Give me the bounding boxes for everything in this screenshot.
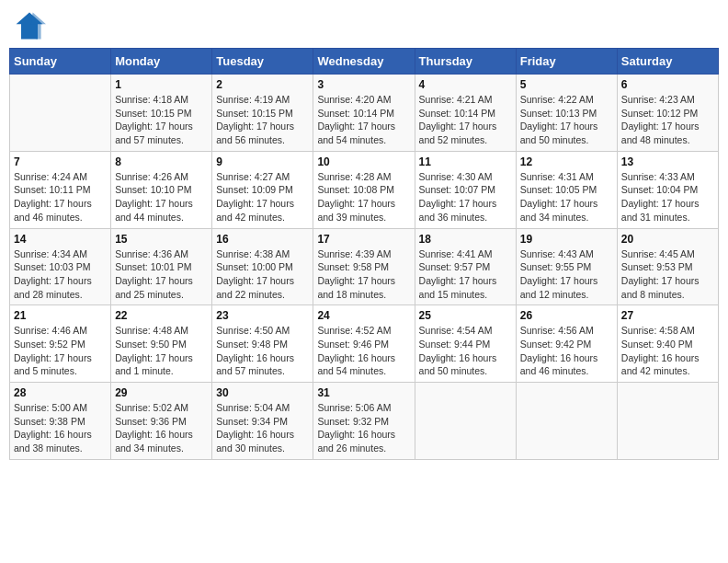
calendar-cell: 10Sunrise: 4:28 AM Sunset: 10:08 PM Dayl… — [313, 151, 415, 228]
calendar-cell: 15Sunrise: 4:36 AM Sunset: 10:01 PM Dayl… — [111, 228, 212, 305]
day-number: 2 — [216, 78, 309, 91]
calendar-cell — [617, 383, 718, 460]
day-number: 12 — [520, 155, 613, 168]
calendar-cell: 30Sunrise: 5:04 AM Sunset: 9:34 PM Dayli… — [212, 383, 313, 460]
day-info: Sunrise: 4:39 AM Sunset: 9:58 PM Dayligh… — [317, 247, 410, 302]
day-info: Sunrise: 4:36 AM Sunset: 10:01 PM Daylig… — [115, 247, 208, 302]
day-info: Sunrise: 4:23 AM Sunset: 10:12 PM Daylig… — [621, 93, 714, 147]
calendar-cell: 2Sunrise: 4:19 AM Sunset: 10:15 PM Dayli… — [212, 75, 313, 152]
day-number: 30 — [216, 386, 309, 399]
calendar-cell: 11Sunrise: 4:30 AM Sunset: 10:07 PM Dayl… — [415, 151, 516, 228]
calendar-week-row: 1Sunrise: 4:18 AM Sunset: 10:15 PM Dayli… — [10, 75, 719, 152]
day-number: 3 — [317, 78, 410, 91]
page-header — [9, 9, 719, 42]
column-header-thursday: Thursday — [415, 49, 516, 75]
column-header-sunday: Sunday — [10, 49, 111, 75]
day-number: 13 — [621, 155, 714, 168]
calendar-cell: 31Sunrise: 5:06 AM Sunset: 9:32 PM Dayli… — [313, 383, 415, 460]
day-info: Sunrise: 4:19 AM Sunset: 10:15 PM Daylig… — [216, 93, 309, 147]
day-number: 15 — [115, 233, 208, 246]
day-number: 31 — [317, 386, 410, 399]
day-info: Sunrise: 4:22 AM Sunset: 10:13 PM Daylig… — [520, 93, 613, 147]
day-number: 10 — [317, 155, 410, 168]
calendar-cell: 16Sunrise: 4:38 AM Sunset: 10:00 PM Dayl… — [212, 228, 313, 305]
logo — [13, 9, 50, 42]
day-info: Sunrise: 4:26 AM Sunset: 10:10 PM Daylig… — [115, 170, 208, 224]
day-info: Sunrise: 4:54 AM Sunset: 9:44 PM Dayligh… — [419, 324, 512, 378]
day-number: 9 — [216, 155, 309, 168]
day-info: Sunrise: 4:24 AM Sunset: 10:11 PM Daylig… — [14, 170, 107, 224]
day-number: 4 — [419, 78, 512, 91]
column-header-friday: Friday — [516, 49, 617, 75]
calendar-cell: 19Sunrise: 4:43 AM Sunset: 9:55 PM Dayli… — [516, 228, 617, 305]
calendar-cell: 1Sunrise: 4:18 AM Sunset: 10:15 PM Dayli… — [111, 75, 212, 152]
day-number: 20 — [621, 233, 714, 246]
day-number: 6 — [621, 78, 714, 91]
day-number: 11 — [419, 155, 512, 168]
calendar-cell: 6Sunrise: 4:23 AM Sunset: 10:12 PM Dayli… — [617, 75, 718, 152]
calendar-cell: 25Sunrise: 4:54 AM Sunset: 9:44 PM Dayli… — [415, 305, 516, 383]
day-info: Sunrise: 4:56 AM Sunset: 9:42 PM Dayligh… — [520, 324, 613, 378]
logo-icon — [13, 9, 46, 42]
day-info: Sunrise: 4:33 AM Sunset: 10:04 PM Daylig… — [621, 170, 714, 224]
day-info: Sunrise: 4:46 AM Sunset: 9:52 PM Dayligh… — [14, 324, 107, 378]
day-number: 18 — [419, 233, 512, 246]
day-info: Sunrise: 4:27 AM Sunset: 10:09 PM Daylig… — [216, 170, 309, 224]
day-info: Sunrise: 4:18 AM Sunset: 10:15 PM Daylig… — [115, 93, 208, 147]
calendar-cell — [516, 383, 617, 460]
day-info: Sunrise: 4:34 AM Sunset: 10:03 PM Daylig… — [14, 247, 107, 302]
day-number: 27 — [621, 309, 714, 322]
day-number: 21 — [14, 309, 107, 322]
day-number: 1 — [115, 78, 208, 91]
calendar-cell — [10, 75, 111, 152]
calendar-cell: 29Sunrise: 5:02 AM Sunset: 9:36 PM Dayli… — [111, 383, 212, 460]
day-info: Sunrise: 5:02 AM Sunset: 9:36 PM Dayligh… — [115, 401, 208, 455]
day-info: Sunrise: 4:38 AM Sunset: 10:00 PM Daylig… — [216, 247, 309, 302]
calendar-cell: 4Sunrise: 4:21 AM Sunset: 10:14 PM Dayli… — [415, 75, 516, 152]
calendar-week-row: 28Sunrise: 5:00 AM Sunset: 9:38 PM Dayli… — [10, 383, 719, 460]
day-number: 22 — [115, 309, 208, 322]
day-number: 19 — [520, 233, 613, 246]
calendar-cell: 5Sunrise: 4:22 AM Sunset: 10:13 PM Dayli… — [516, 75, 617, 152]
day-info: Sunrise: 4:28 AM Sunset: 10:08 PM Daylig… — [317, 170, 410, 224]
day-number: 5 — [520, 78, 613, 91]
day-info: Sunrise: 4:58 AM Sunset: 9:40 PM Dayligh… — [621, 324, 714, 378]
day-info: Sunrise: 5:04 AM Sunset: 9:34 PM Dayligh… — [216, 401, 309, 455]
calendar-week-row: 7Sunrise: 4:24 AM Sunset: 10:11 PM Dayli… — [10, 151, 719, 228]
calendar-cell: 18Sunrise: 4:41 AM Sunset: 9:57 PM Dayli… — [415, 228, 516, 305]
calendar-cell: 17Sunrise: 4:39 AM Sunset: 9:58 PM Dayli… — [313, 228, 415, 305]
calendar-cell: 24Sunrise: 4:52 AM Sunset: 9:46 PM Dayli… — [313, 305, 415, 383]
day-number: 8 — [115, 155, 208, 168]
calendar-cell: 27Sunrise: 4:58 AM Sunset: 9:40 PM Dayli… — [617, 305, 718, 383]
calendar-table: SundayMondayTuesdayWednesdayThursdayFrid… — [9, 48, 719, 460]
day-number: 25 — [419, 309, 512, 322]
day-info: Sunrise: 5:06 AM Sunset: 9:32 PM Dayligh… — [317, 401, 410, 455]
calendar-cell: 3Sunrise: 4:20 AM Sunset: 10:14 PM Dayli… — [313, 75, 415, 152]
calendar-cell: 23Sunrise: 4:50 AM Sunset: 9:48 PM Dayli… — [212, 305, 313, 383]
day-info: Sunrise: 4:31 AM Sunset: 10:05 PM Daylig… — [520, 170, 613, 224]
calendar-cell: 26Sunrise: 4:56 AM Sunset: 9:42 PM Dayli… — [516, 305, 617, 383]
calendar-cell: 20Sunrise: 4:45 AM Sunset: 9:53 PM Dayli… — [617, 228, 718, 305]
calendar-cell: 7Sunrise: 4:24 AM Sunset: 10:11 PM Dayli… — [10, 151, 111, 228]
column-header-saturday: Saturday — [617, 49, 718, 75]
column-header-tuesday: Tuesday — [212, 49, 313, 75]
column-header-wednesday: Wednesday — [313, 49, 415, 75]
day-info: Sunrise: 4:30 AM Sunset: 10:07 PM Daylig… — [419, 170, 512, 224]
calendar-cell: 28Sunrise: 5:00 AM Sunset: 9:38 PM Dayli… — [10, 383, 111, 460]
column-header-monday: Monday — [111, 49, 212, 75]
day-number: 7 — [14, 155, 107, 168]
calendar-cell — [415, 383, 516, 460]
calendar-cell: 13Sunrise: 4:33 AM Sunset: 10:04 PM Dayl… — [617, 151, 718, 228]
calendar-cell: 8Sunrise: 4:26 AM Sunset: 10:10 PM Dayli… — [111, 151, 212, 228]
calendar-cell: 14Sunrise: 4:34 AM Sunset: 10:03 PM Dayl… — [10, 228, 111, 305]
calendar-cell: 12Sunrise: 4:31 AM Sunset: 10:05 PM Dayl… — [516, 151, 617, 228]
day-info: Sunrise: 5:00 AM Sunset: 9:38 PM Dayligh… — [14, 401, 107, 455]
calendar-week-row: 14Sunrise: 4:34 AM Sunset: 10:03 PM Dayl… — [10, 228, 719, 305]
calendar-cell: 21Sunrise: 4:46 AM Sunset: 9:52 PM Dayli… — [10, 305, 111, 383]
day-number: 29 — [115, 386, 208, 399]
day-info: Sunrise: 4:52 AM Sunset: 9:46 PM Dayligh… — [317, 324, 410, 378]
day-number: 23 — [216, 309, 309, 322]
day-info: Sunrise: 4:48 AM Sunset: 9:50 PM Dayligh… — [115, 324, 208, 378]
day-info: Sunrise: 4:45 AM Sunset: 9:53 PM Dayligh… — [621, 247, 714, 302]
calendar-cell: 9Sunrise: 4:27 AM Sunset: 10:09 PM Dayli… — [212, 151, 313, 228]
